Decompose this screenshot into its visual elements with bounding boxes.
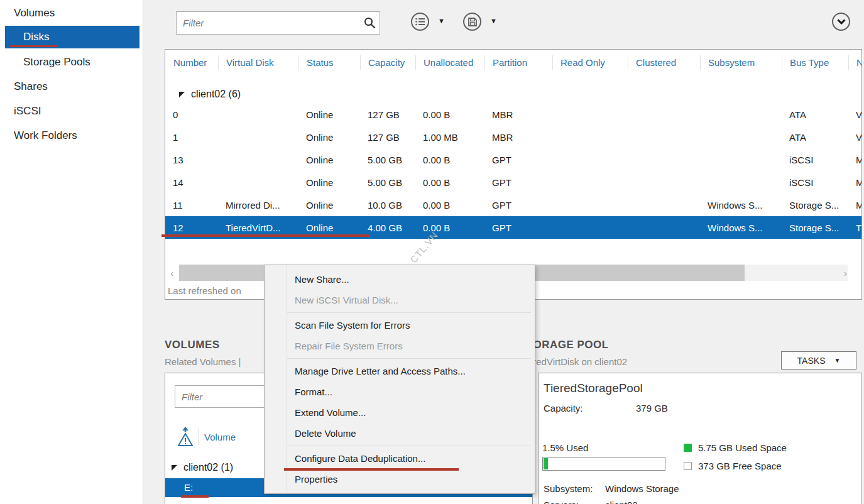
used-space-swatch <box>684 444 692 452</box>
cell-unallocated: 0.00 B <box>415 200 484 211</box>
menu-item-repair-file-system: Repair File System Errors <box>265 336 535 356</box>
tasks-dropdown-button[interactable]: TASKS ▼ <box>781 351 856 370</box>
cell-bus-type: ATA <box>782 132 848 143</box>
menu-item-configure-dedup[interactable]: Configure Data Deduplication... <box>265 448 535 469</box>
column-header-name[interactable]: N <box>848 55 861 70</box>
annotation-underline-configure-dedup <box>284 468 459 471</box>
storage-pool-subtitle: TieredVirtDisk on client02 <box>520 356 627 367</box>
cell-status: Online <box>298 200 360 211</box>
cell-capacity: 4.00 GB <box>360 222 415 233</box>
disk-row-1[interactable]: 1Online127 GB1.00 MBMBRATAV <box>165 126 861 148</box>
save-query-button[interactable] <box>463 13 481 31</box>
collapse-triangle-icon <box>172 465 177 471</box>
column-header-status[interactable]: Status <box>298 55 360 70</box>
chevron-down-icon: ▼ <box>834 357 840 364</box>
disks-group-row[interactable]: client02 (6) <box>179 84 241 104</box>
search-icon <box>363 16 376 30</box>
group-label: client02 (6) <box>191 89 241 100</box>
menu-item-properties[interactable]: Properties <box>265 469 535 490</box>
column-header-subsystem[interactable]: Subsystem <box>700 55 782 70</box>
menu-item-scan-file-system[interactable]: Scan File System for Errors <box>265 315 535 336</box>
column-header-unallocated[interactable]: Unallocated <box>415 55 484 70</box>
sidebar-item-storage-pools[interactable]: Storage Pools <box>0 51 143 74</box>
cell-partition: GPT <box>484 222 552 233</box>
group-label: client02 (1) <box>183 462 233 473</box>
column-header-bus-type[interactable]: Bus Type <box>782 55 848 70</box>
volumes-subtitle: Related Volumes | <box>165 356 241 367</box>
cell-number: 0 <box>165 109 218 120</box>
sidebar-item-volumes[interactable]: Volumes <box>0 2 143 25</box>
menu-separator <box>287 312 531 313</box>
collapse-tile-button[interactable] <box>832 13 850 31</box>
disk-row-0[interactable]: 0Online127 GB0.00 BMBRATAV <box>165 103 861 126</box>
view-options-button[interactable] <box>411 13 429 31</box>
alert-sort-icon[interactable] <box>178 427 193 447</box>
sidebar-item-shares[interactable]: Shares <box>0 75 143 98</box>
last-refreshed-text: Last refreshed on <box>168 285 241 296</box>
column-header-capacity[interactable]: Capacity <box>360 55 415 70</box>
sidebar-item-label: Work Folders <box>14 124 77 147</box>
scroll-left-icon[interactable]: ‹ <box>170 268 173 278</box>
annotation-underline-e-drive <box>181 495 209 498</box>
save-query-caret[interactable]: ▼ <box>490 17 497 25</box>
cell-capacity: 127 GB <box>360 132 415 143</box>
cell-status: Online <box>298 109 360 120</box>
cell-name: M <box>848 200 861 211</box>
column-header-volume[interactable]: Volume <box>204 432 236 442</box>
cell-number: 13 <box>165 155 218 165</box>
cell-status: Online <box>298 155 360 165</box>
column-header-virtual-disk[interactable]: Virtual Disk <box>218 55 298 70</box>
scroll-right-icon[interactable]: › <box>844 268 847 278</box>
sidebar-item-label: iSCSI <box>14 100 41 123</box>
servers-value: client02 <box>605 500 638 504</box>
cell-partition: MBR <box>484 109 552 120</box>
menu-item-manage-drive-letter[interactable]: Manage Drive Letter and Access Paths... <box>265 361 535 381</box>
cell-capacity: 5.00 GB <box>360 155 415 165</box>
cell-unallocated: 0.00 B <box>415 222 484 233</box>
disks-filter-input[interactable] <box>176 11 380 35</box>
column-header-partition[interactable]: Partition <box>484 55 552 70</box>
tasks-label: TASKS <box>797 356 826 366</box>
cell-subsystem: Windows S... <box>700 222 782 233</box>
chevron-down-icon <box>837 19 846 25</box>
free-space-legend: 373 GB Free Space <box>698 461 782 471</box>
cell-virtual-disk: Mirrored Di... <box>218 200 298 211</box>
menu-item-extend-volume[interactable]: Extend Volume... <box>265 402 535 423</box>
volumes-group-row[interactable]: client02 (1) <box>172 458 233 477</box>
cell-capacity: 127 GB <box>360 109 415 120</box>
servers-label: Servers: <box>544 500 579 504</box>
cell-name: V <box>848 132 861 143</box>
column-header-read-only[interactable]: Read Only <box>552 55 628 70</box>
disk-row-11[interactable]: 11Mirrored Di...Online10.0 GB0.00 BGPTWi… <box>165 194 861 216</box>
column-header-clustered[interactable]: Clustered <box>628 55 700 70</box>
disk-row-13[interactable]: 13Online5.00 GB0.00 BGPTiSCSIM <box>165 148 861 171</box>
cell-partition: GPT <box>484 200 552 211</box>
pool-name: TieredStoragePool <box>544 381 643 395</box>
cell-unallocated: 0.00 B <box>415 155 484 165</box>
sidebar-item-iscsi[interactable]: iSCSI <box>0 100 143 123</box>
cell-status: Online <box>298 222 360 233</box>
column-header-number[interactable]: Number <box>165 55 218 70</box>
sidebar-item-work-folders[interactable]: Work Folders <box>0 124 143 147</box>
subsystem-value: Windows Storage <box>605 483 679 494</box>
annotation-underline-disk-12 <box>161 234 370 237</box>
annotation-underline-disks <box>10 45 58 47</box>
menu-gutter-line <box>286 265 287 493</box>
menu-item-delete-volume[interactable]: Delete Volume <box>265 423 535 444</box>
list-icon <box>415 18 425 26</box>
cell-unallocated: 0.00 B <box>415 109 484 120</box>
menu-item-format[interactable]: Format... <box>265 381 535 402</box>
volumes-title: VOLUMES <box>165 339 220 351</box>
used-percent-label: 1.5% Used <box>542 442 588 453</box>
sidebar: Volumes Disks Storage Pools Shares iSCSI… <box>0 0 143 504</box>
free-space-swatch <box>684 462 692 470</box>
disks-panel: Number Virtual Disk Status Capacity Unal… <box>165 49 862 300</box>
cell-partition: MBR <box>484 132 552 143</box>
cell-unallocated: 0.00 B <box>415 177 484 188</box>
used-space-legend: 5.75 GB Used Space <box>698 442 787 453</box>
disk-row-14[interactable]: 14Online5.00 GB0.00 BGPTiSCSIM <box>165 171 861 194</box>
view-options-caret[interactable]: ▼ <box>438 17 445 25</box>
menu-item-new-share[interactable]: New Share... <box>265 269 535 290</box>
cell-name: T <box>848 222 861 233</box>
cell-partition: GPT <box>484 155 552 165</box>
